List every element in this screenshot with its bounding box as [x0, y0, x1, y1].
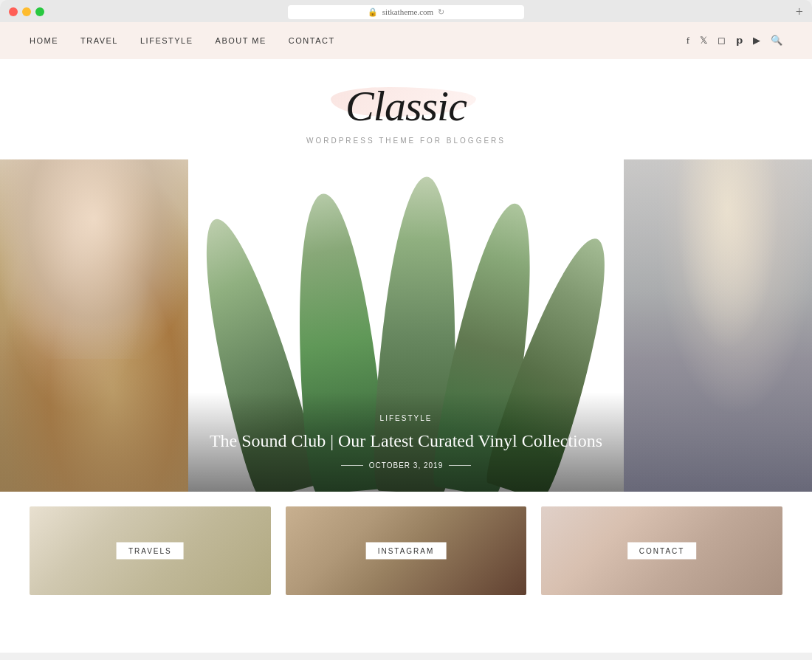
woman-back-photo	[624, 159, 812, 492]
card-instagram[interactable]: INSTAGRAM	[286, 506, 527, 595]
featured-left-image[interactable]	[0, 159, 188, 492]
nav-home[interactable]: HOME	[30, 36, 58, 45]
date-line-right	[449, 465, 471, 466]
nav-about[interactable]: ABOUT ME	[216, 36, 266, 45]
woman-flowers-photo	[0, 159, 188, 492]
maximize-dot[interactable]	[35, 7, 44, 16]
nav-links: HOME TRAVEL LIFESTYLE ABOUT ME CONTACT	[30, 36, 335, 45]
navigation: HOME TRAVEL LIFESTYLE ABOUT ME CONTACT f…	[0, 22, 812, 59]
travels-label: TRAVELS	[117, 543, 184, 560]
nav-lifestyle[interactable]: LIFESTYLE	[140, 36, 193, 45]
date-text: OCTOBER 3, 2019	[369, 461, 443, 470]
instagram-icon[interactable]: ◻	[718, 35, 726, 47]
nav-contact[interactable]: CONTACT	[289, 36, 335, 45]
new-tab-button[interactable]: +	[796, 4, 803, 20]
contact-label: CONTACT	[627, 543, 697, 560]
hero-header: Classic WORDPRESS THEME FOR BLOGGERS	[0, 59, 812, 159]
minimize-dot[interactable]	[22, 7, 31, 16]
search-icon[interactable]: 🔍	[771, 35, 782, 47]
youtube-icon[interactable]: ▶	[753, 35, 760, 47]
featured-date: OCTOBER 3, 2019	[203, 461, 609, 470]
featured-title[interactable]: The Sound Club | Our Latest Curated Viny…	[203, 430, 609, 453]
twitter-icon[interactable]: 𝕏	[700, 35, 707, 47]
logo-title[interactable]: Classic	[345, 81, 467, 131]
address-bar[interactable]: 🔒 sitkatheme.com ↻	[288, 5, 524, 19]
browser-chrome: 🔒 sitkatheme.com ↻ +	[0, 0, 812, 22]
featured-right-image[interactable]	[624, 159, 812, 492]
pinterest-icon[interactable]: 𝗽	[736, 35, 743, 47]
featured-grid: LIFESTYLE The Sound Club | Our Latest Cu…	[0, 159, 812, 492]
lock-icon: 🔒	[368, 7, 378, 17]
nav-social: f 𝕏 ◻ 𝗽 ▶ 🔍	[687, 35, 782, 47]
browser-dots	[9, 7, 44, 16]
url-text: sitkatheme.com	[382, 7, 433, 16]
card-contact[interactable]: CONTACT	[541, 506, 782, 595]
reload-icon[interactable]: ↻	[438, 7, 444, 17]
website-content: HOME TRAVEL LIFESTYLE ABOUT ME CONTACT f…	[0, 22, 812, 653]
browser-titlebar: 🔒 sitkatheme.com ↻ +	[0, 7, 812, 22]
nav-travel[interactable]: TRAVEL	[80, 36, 118, 45]
logo-container: Classic	[345, 81, 467, 131]
instagram-label: INSTAGRAM	[366, 543, 447, 560]
featured-category: LIFESTYLE	[203, 414, 609, 422]
facebook-icon[interactable]: f	[687, 35, 689, 47]
close-dot[interactable]	[9, 7, 18, 16]
featured-overlay: LIFESTYLE The Sound Club | Our Latest Cu…	[188, 392, 624, 492]
featured-center-image[interactable]: LIFESTYLE The Sound Club | Our Latest Cu…	[188, 159, 624, 492]
card-travels[interactable]: TRAVELS	[30, 506, 271, 595]
date-line-left	[341, 465, 363, 466]
logo-subtitle: WORDPRESS THEME FOR BLOGGERS	[15, 137, 797, 145]
bottom-cards: TRAVELS INSTAGRAM CONTACT	[0, 492, 812, 595]
